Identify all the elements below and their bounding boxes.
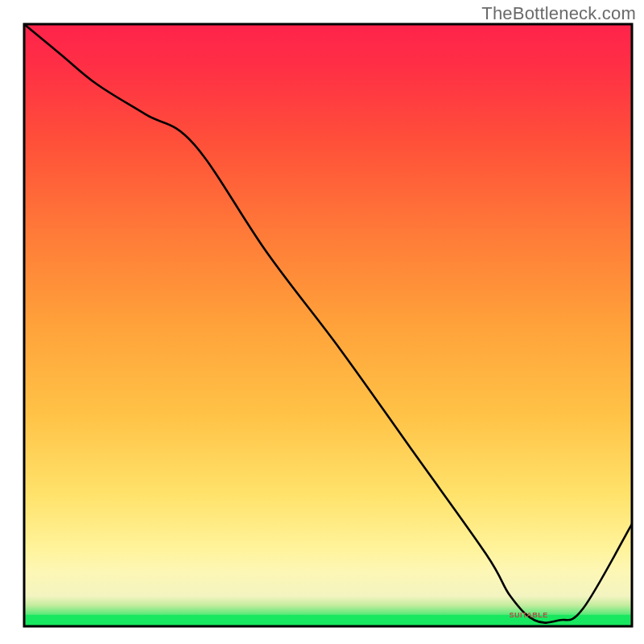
gradient-background: [24, 24, 632, 626]
suitable-label: SUITABLE: [509, 611, 547, 619]
watermark-label: TheBottleneck.com: [481, 3, 636, 24]
chart-container: TheBottleneck.com SUITABLE: [0, 0, 644, 644]
chart-svg: SUITABLE: [0, 0, 644, 644]
plot-area: SUITABLE: [24, 24, 632, 626]
